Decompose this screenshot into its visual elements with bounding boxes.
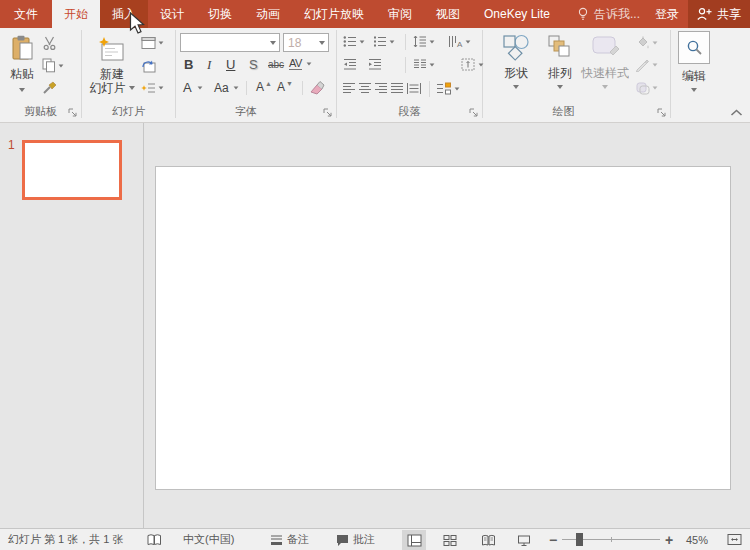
reset-slide-button[interactable]	[141, 58, 156, 73]
shape-outline-button[interactable]	[635, 58, 658, 72]
align-right-button[interactable]	[374, 82, 388, 95]
smartart-button[interactable]	[436, 82, 460, 96]
spell-check-button[interactable]	[147, 529, 162, 550]
zoom-in-button[interactable]: +	[665, 529, 673, 550]
align-center-button[interactable]	[358, 82, 372, 95]
fit-slide-button[interactable]	[727, 529, 742, 550]
normal-view-button[interactable]	[402, 530, 426, 550]
increase-indent-button[interactable]	[368, 58, 382, 71]
tab-file[interactable]: 文件	[0, 0, 52, 28]
new-slide-label-2: 幻灯片	[90, 81, 126, 95]
bold-label: B	[184, 57, 193, 72]
bold-button[interactable]: B	[184, 57, 193, 72]
numbering-button[interactable]	[373, 35, 395, 48]
copy-icon	[42, 58, 56, 73]
italic-button[interactable]: I	[207, 57, 211, 73]
layout-icon	[141, 36, 156, 50]
group-editing: 编辑	[671, 28, 717, 122]
format-painter-button[interactable]	[42, 81, 57, 96]
cut-button[interactable]	[42, 36, 57, 51]
new-slide-button[interactable]: 新建 幻灯片	[86, 37, 138, 95]
drawing-dialog-launcher[interactable]	[656, 107, 667, 118]
tab-design[interactable]: 设计	[148, 0, 196, 28]
font-color-button[interactable]: A	[183, 80, 203, 95]
separator	[246, 81, 247, 95]
paragraph-dialog-launcher[interactable]	[468, 107, 479, 118]
slide-sorter-view-button[interactable]	[438, 530, 462, 550]
paste-icon	[9, 35, 36, 63]
font-size-combo[interactable]: 18	[283, 33, 329, 52]
grow-font-button[interactable]: A▲	[256, 80, 272, 94]
decrease-indent-button[interactable]	[343, 58, 357, 71]
reading-view-icon	[481, 534, 496, 547]
main-area: 1	[0, 123, 750, 528]
separator	[429, 81, 430, 97]
editing-button[interactable]: 编辑	[676, 31, 712, 92]
group-paragraph: A	[337, 28, 482, 122]
zoom-out-button[interactable]: −	[549, 529, 557, 550]
change-case-button[interactable]: Aa	[214, 81, 239, 95]
tab-transitions[interactable]: 切换	[196, 0, 244, 28]
slide-canvas	[144, 123, 750, 528]
zoom-level-button[interactable]: 45%	[686, 529, 708, 550]
font-color-label: A	[183, 80, 192, 95]
tab-review[interactable]: 审阅	[376, 0, 424, 28]
quick-styles-button[interactable]: 快速样式	[579, 34, 631, 89]
paste-label: 粘贴	[10, 67, 34, 81]
arrange-label: 排列	[548, 66, 572, 80]
clipboard-dialog-launcher[interactable]	[67, 107, 78, 118]
slide-counter[interactable]: 幻灯片 第 1 张，共 1 张	[8, 529, 124, 550]
slide-number: 1	[8, 138, 15, 152]
sign-in-button[interactable]: 登录	[646, 0, 688, 28]
tab-onekey-lite[interactable]: OneKey Lite	[472, 0, 562, 28]
slide-counter-label: 幻灯片 第 1 张，共 1 张	[8, 532, 124, 547]
columns-button[interactable]	[413, 58, 435, 71]
notes-button[interactable]: 备注	[270, 529, 309, 550]
tab-slideshow[interactable]: 幻灯片放映	[292, 0, 376, 28]
reading-view-button[interactable]	[476, 530, 500, 550]
text-shadow-button[interactable]: S	[249, 57, 258, 72]
section-button[interactable]	[141, 81, 164, 95]
shrink-font-button[interactable]: A▼	[277, 80, 293, 94]
tab-animations[interactable]: 动画	[244, 0, 292, 28]
underline-button[interactable]: U	[226, 57, 235, 72]
collapse-ribbon-icon[interactable]	[730, 108, 743, 117]
slide-editing-area[interactable]	[155, 166, 731, 490]
shape-fill-button[interactable]	[635, 36, 658, 50]
tab-file-label: 文件	[14, 6, 38, 23]
slide-thumbnail[interactable]	[22, 140, 122, 200]
font-name-combo[interactable]	[180, 33, 280, 52]
tab-design-label: 设计	[160, 6, 184, 23]
text-direction-button[interactable]: A	[448, 35, 471, 48]
slideshow-view-button[interactable]	[512, 530, 536, 550]
share-button[interactable]: 共享	[688, 0, 750, 28]
shapes-button[interactable]: 形状	[495, 34, 537, 89]
line-spacing-button[interactable]	[413, 35, 435, 48]
align-text-icon	[461, 58, 476, 72]
distribute-button[interactable]	[406, 82, 422, 95]
tab-home[interactable]: 开始	[52, 0, 100, 28]
language-button[interactable]: 中文(中国)	[183, 529, 234, 550]
justify-button[interactable]	[390, 82, 404, 95]
tab-view[interactable]: 视图	[424, 0, 472, 28]
paste-button[interactable]: 粘贴	[3, 35, 41, 92]
align-left-button[interactable]	[342, 82, 356, 95]
format-painter-icon	[42, 81, 57, 96]
eraser-icon	[309, 80, 325, 95]
bullets-button[interactable]	[343, 35, 365, 48]
strikethrough-button[interactable]: abc	[268, 59, 284, 70]
shape-effects-button[interactable]	[635, 81, 658, 95]
tell-me-box[interactable]: 告诉我...	[571, 0, 646, 28]
copy-button[interactable]	[42, 58, 64, 73]
justify-icon	[390, 82, 404, 95]
font-dialog-launcher[interactable]	[322, 107, 333, 118]
clear-formatting-button[interactable]	[309, 80, 325, 95]
zoom-slider-thumb[interactable]	[576, 533, 583, 546]
align-text-button[interactable]	[461, 58, 484, 72]
section-icon	[141, 81, 156, 95]
bullets-icon	[343, 35, 357, 48]
character-spacing-button[interactable]: AV	[289, 57, 312, 70]
slide-layout-button[interactable]	[141, 36, 164, 50]
comments-button[interactable]: 批注	[336, 529, 375, 550]
arrange-button[interactable]: 排列	[539, 34, 581, 89]
